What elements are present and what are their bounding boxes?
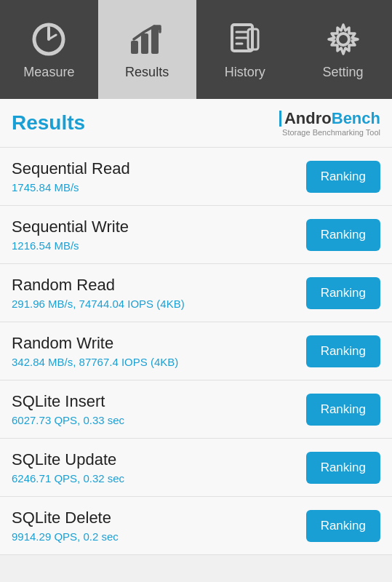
results-icon (127, 20, 167, 59)
result-value: 1745.84 MB/s (12, 181, 306, 194)
ranking-button[interactable]: Ranking (306, 219, 380, 251)
result-name: SQLite Delete (12, 509, 306, 527)
result-row: Sequential Write1216.54 MB/sRanking (0, 206, 392, 264)
svg-rect-3 (131, 41, 138, 54)
nav-item-setting[interactable]: Setting (294, 0, 392, 99)
result-info: SQLite Delete9914.29 QPS, 0.2 sec (12, 509, 306, 543)
ranking-button[interactable]: Ranking (306, 277, 380, 309)
result-value: 6246.71 QPS, 0.32 sec (12, 472, 306, 485)
ranking-button[interactable]: Ranking (306, 161, 380, 193)
result-row: SQLite Delete9914.29 QPS, 0.2 secRanking (0, 497, 392, 555)
results-header: Results AndroBench Storage Benchmarking … (0, 99, 392, 148)
ranking-button[interactable]: Ranking (306, 510, 380, 542)
result-info: SQLite Update6246.71 QPS, 0.32 sec (12, 450, 306, 485)
result-info: Sequential Write1216.54 MB/s (12, 218, 306, 252)
nav-label-history: History (225, 65, 265, 80)
page-title: Results (12, 111, 85, 135)
result-info: Random Read291.96 MB/s, 74744.04 IOPS (4… (12, 276, 306, 310)
logo-name: AndroBench (284, 109, 380, 128)
ranking-button[interactable]: Ranking (306, 394, 380, 426)
result-value: 9914.29 QPS, 0.2 sec (12, 530, 306, 543)
result-row: SQLite Insert6027.73 QPS, 0.33 secRankin… (0, 380, 392, 439)
results-list: Sequential Read1745.84 MB/sRankingSequen… (0, 148, 392, 555)
result-row: Random Write342.84 MB/s, 87767.4 IOPS (4… (0, 322, 392, 380)
nav-item-measure[interactable]: Measure (0, 0, 98, 99)
nav-item-results[interactable]: Results (98, 0, 196, 99)
nav-label-results: Results (125, 65, 169, 80)
result-value: 342.84 MB/s, 87767.4 IOPS (4KB) (12, 356, 306, 368)
nav-bar: Measure Results History (0, 0, 392, 99)
logo-bench: Bench (332, 109, 380, 128)
result-name: Sequential Write (12, 218, 306, 236)
result-name: Sequential Read (12, 159, 306, 178)
result-value: 291.96 MB/s, 74744.04 IOPS (4KB) (12, 298, 306, 310)
history-icon (225, 20, 265, 59)
nav-label-setting: Setting (323, 65, 364, 80)
result-value: 1216.54 MB/s (12, 239, 306, 252)
nav-item-history[interactable]: History (196, 0, 295, 99)
androbench-logo: AndroBench Storage Benchmarking Tool (279, 109, 380, 137)
result-row: Sequential Read1745.84 MB/sRanking (0, 148, 392, 206)
result-name: SQLite Update (12, 450, 306, 469)
nav-label-measure: Measure (23, 65, 74, 80)
setting-icon (324, 20, 363, 59)
svg-point-11 (337, 33, 349, 45)
ranking-button[interactable]: Ranking (306, 452, 380, 484)
result-info: Sequential Read1745.84 MB/s (12, 159, 306, 194)
svg-rect-5 (151, 28, 159, 54)
logo-subtitle: Storage Benchmarking Tool (282, 128, 380, 137)
result-name: Random Write (12, 334, 306, 353)
result-info: Random Write342.84 MB/s, 87767.4 IOPS (4… (12, 334, 306, 368)
result-row: SQLite Update6246.71 QPS, 0.32 secRankin… (0, 439, 392, 497)
result-value: 6027.73 QPS, 0.33 sec (12, 414, 306, 426)
logo-bar-accent (279, 111, 281, 127)
svg-rect-4 (141, 33, 148, 54)
ranking-button[interactable]: Ranking (306, 335, 380, 367)
measure-icon (29, 20, 68, 59)
result-row: Random Read291.96 MB/s, 74744.04 IOPS (4… (0, 264, 392, 322)
result-name: SQLite Insert (12, 392, 306, 411)
result-info: SQLite Insert6027.73 QPS, 0.33 sec (12, 392, 306, 426)
logo-andro: Andro (284, 109, 332, 128)
result-name: Random Read (12, 276, 306, 295)
